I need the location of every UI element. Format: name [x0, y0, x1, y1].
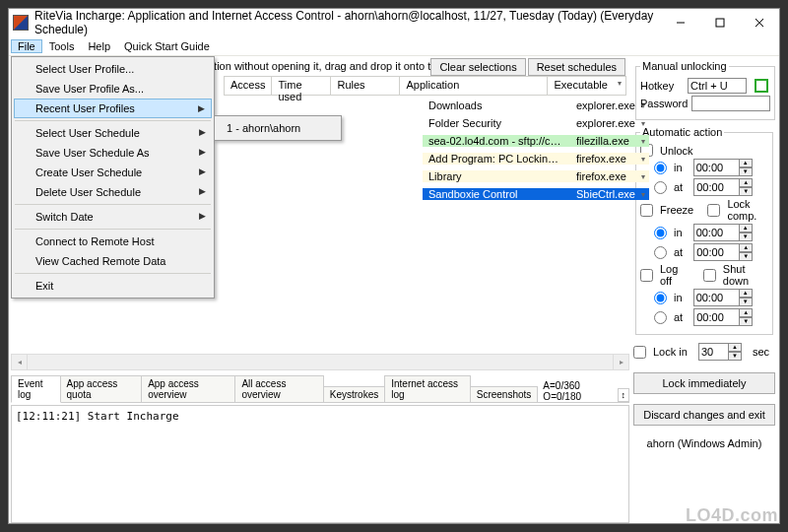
unlock-in-radio[interactable]	[654, 162, 667, 174]
discard-exit-button[interactable]: Discard changes and exit	[633, 404, 775, 426]
hotkey-status-icon	[755, 79, 768, 93]
lockin-value[interactable]	[698, 343, 728, 361]
mi-recent-1[interactable]: 1 - ahorn\ahorn	[217, 118, 339, 138]
col-exe[interactable]: Executable	[548, 76, 626, 96]
menubar: File Tools Help Quick Start Guide	[9, 36, 779, 56]
spin-up-icon[interactable]: ▲	[739, 159, 753, 167]
current-user: ahorn (Windows Admin)	[633, 437, 775, 449]
tab-screenshots[interactable]: Screenshots	[470, 386, 539, 402]
logoff-checkbox[interactable]	[640, 269, 653, 282]
manual-legend: Manual unlocking	[640, 60, 729, 72]
freeze-in-time[interactable]	[693, 224, 739, 241]
file-menu: Select User Profile... Save User Profile…	[11, 56, 215, 299]
mi-save-profile-as[interactable]: Save User Profile As...	[14, 79, 212, 99]
lockcomp-checkbox[interactable]	[707, 204, 720, 217]
counters: A=0/360 O=0/180	[537, 380, 617, 402]
tab-scroll-icon[interactable]: ↕	[618, 388, 630, 402]
spin-down-icon[interactable]: ▼	[739, 167, 753, 176]
titlebar: RiteVia Incharge: Application and Intern…	[9, 9, 779, 36]
app-icon	[13, 15, 29, 31]
logoff-in-time[interactable]	[693, 289, 739, 306]
mi-switch-date[interactable]: Switch Date▶	[14, 207, 212, 227]
svg-rect-1	[716, 19, 724, 27]
window-title: RiteVia Incharge: Application and Intern…	[34, 9, 661, 36]
minimize-button[interactable]	[661, 9, 700, 36]
table-row[interactable]: Downloadsexplorer.exe	[354, 97, 629, 113]
menu-quickstart[interactable]: Quick Start Guide	[117, 39, 217, 53]
mi-delete-schedule[interactable]: Delete User Schedule▶	[14, 182, 212, 202]
hscrollbar[interactable]: ◂ ▸	[11, 354, 629, 370]
unlock-at-time[interactable]	[693, 178, 739, 196]
menu-help[interactable]: Help	[81, 39, 117, 53]
automatic-action-group: Automatic action Unlock in ▲▼ at ▲▼ Free…	[635, 126, 773, 335]
mi-select-profile[interactable]: Select User Profile...	[14, 59, 212, 79]
mi-recent-profiles[interactable]: Recent User Profiles▶	[14, 99, 212, 118]
event-log[interactable]: [12:11:21] Start Incharge	[11, 405, 629, 523]
tab-keystrokes[interactable]: Keystrokes	[323, 386, 385, 402]
submenu-arrow-icon: ▶	[198, 103, 205, 113]
freeze-in-radio[interactable]	[654, 227, 667, 239]
freeze-at-radio[interactable]	[654, 246, 667, 259]
app-window: RiteVia Incharge: Application and Intern…	[8, 8, 780, 524]
unlock-label: Unlock	[660, 145, 693, 157]
mi-select-schedule[interactable]: Select User Schedule▶	[14, 123, 212, 143]
menu-tools[interactable]: Tools	[42, 39, 82, 53]
mi-exit[interactable]: Exit	[14, 276, 212, 296]
table-row[interactable]: Folder Securityexplorer.exe	[354, 114, 629, 131]
tab-appquota[interactable]: App access quota	[60, 375, 143, 402]
shutdown-checkbox[interactable]	[703, 269, 716, 282]
lock-immediately-button[interactable]: Lock immediately	[633, 372, 775, 394]
table-row-selected[interactable]: Sandboxie ControlSbieCtrl.exe	[354, 185, 629, 202]
mi-save-schedule-as[interactable]: Save User Schedule As▶	[14, 143, 212, 163]
recent-profiles-submenu: 1 - ahorn\ahorn	[214, 115, 342, 141]
col-rules[interactable]: Rules	[331, 76, 400, 96]
hotkey-field[interactable]	[688, 78, 747, 94]
freeze-at-time[interactable]	[693, 243, 739, 261]
unlock-in-time[interactable]	[693, 159, 739, 176]
tab-internetlog[interactable]: Internet access log	[384, 375, 471, 402]
col-app[interactable]: Application	[400, 76, 548, 96]
auto-legend: Automatic action	[640, 126, 724, 138]
mi-view-cached[interactable]: View Cached Remote Data	[14, 251, 212, 271]
scroll-left-icon[interactable]: ◂	[11, 354, 28, 370]
maximize-button[interactable]	[700, 9, 740, 36]
col-time[interactable]: Time used	[272, 76, 331, 96]
menu-file[interactable]: File	[11, 39, 42, 53]
mi-create-schedule[interactable]: Create User Schedule▶	[14, 163, 212, 182]
freeze-checkbox[interactable]	[640, 204, 653, 217]
table-row[interactable]: Add Program: PC Locking Softwa...firefox…	[354, 150, 629, 166]
close-button[interactable]	[740, 9, 779, 36]
tabs: Event log App access quota App access ov…	[11, 374, 629, 403]
logoff-at-radio[interactable]	[654, 311, 667, 324]
menu-separator	[15, 120, 211, 121]
lockin-checkbox[interactable]	[633, 346, 646, 359]
table-row[interactable]: sea-02.lo4d.com - sftp://canadia...filez…	[354, 132, 629, 149]
scroll-right-icon[interactable]: ▸	[613, 354, 629, 370]
col-access[interactable]: Access	[224, 76, 272, 96]
reset-schedules-button[interactable]: Reset schedules	[528, 58, 625, 76]
manual-unlocking-group: Manual unlocking Hotkey Password	[635, 60, 775, 120]
right-panel: Manual unlocking Hotkey Password Automat…	[631, 56, 779, 523]
password-field[interactable]	[691, 96, 770, 111]
hotkey-label: Hotkey	[640, 80, 684, 92]
clear-selections-button[interactable]: Clear selections	[430, 58, 525, 76]
logoff-at-time[interactable]	[693, 308, 739, 326]
logoff-in-radio[interactable]	[654, 292, 667, 304]
unlock-at-radio[interactable]	[654, 181, 667, 194]
mi-connect-remote[interactable]: Connect to Remote Host	[14, 232, 212, 251]
table-row[interactable]: Libraryfirefox.exe	[354, 167, 629, 184]
tab-eventlog[interactable]: Event log	[11, 375, 61, 403]
tab-alloverview[interactable]: All access overview	[234, 375, 323, 402]
tab-appoverview[interactable]: App access overview	[141, 375, 235, 402]
